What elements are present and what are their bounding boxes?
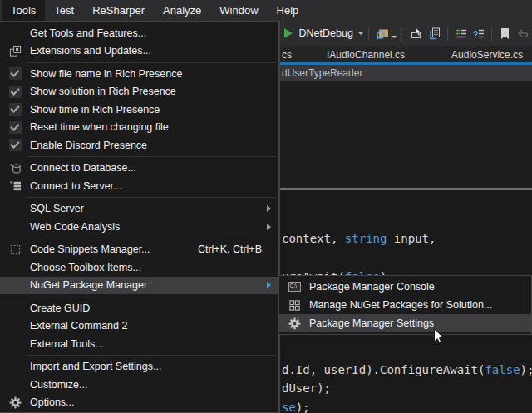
nuget-submenu: C:\ Package Manager Console Manage NuGet… xyxy=(278,275,532,335)
checkmark-icon xyxy=(9,67,22,80)
menu-item-web-code-analysis[interactable]: Web Code Analysis xyxy=(0,218,278,236)
code-line: context, string input, xyxy=(282,232,436,245)
gear-icon xyxy=(9,396,22,409)
console-icon-text: C:\ xyxy=(289,283,297,288)
checkmark-icon xyxy=(9,103,22,116)
menu-item-shortcut: Ctrl+K, Ctrl+B xyxy=(198,243,262,255)
menubar-item-resharper[interactable]: ReSharper xyxy=(83,0,154,21)
server-icon xyxy=(9,179,22,192)
menu-item-label: Choose Toolbox Items... xyxy=(30,262,278,273)
copy-lines-icon[interactable] xyxy=(425,24,442,42)
checkmark-icon xyxy=(9,121,22,134)
menu-item-show-file-name-rich-presence[interactable]: Show file name in Rich Presence xyxy=(0,65,278,83)
code-editor[interactable]: context, string input, ureAwait(false); … xyxy=(280,81,532,413)
undo-icon[interactable] xyxy=(515,24,532,42)
menu-item-label: Show solution in Rich Presence xyxy=(30,86,278,97)
submenu-item-package-manager-settings[interactable]: Package Manager Settings xyxy=(279,314,531,332)
menubar-item-tools[interactable]: Tools xyxy=(2,0,45,21)
code-text: input, xyxy=(387,232,436,245)
menu-separator xyxy=(27,355,276,356)
icon-slot xyxy=(0,139,30,151)
menu-item-label: Connect to Server... xyxy=(30,180,278,192)
pane-splitter[interactable] xyxy=(280,188,532,190)
menubar-item-help[interactable]: Help xyxy=(268,0,308,21)
icon-slot xyxy=(0,179,30,192)
code-text: ); xyxy=(520,363,532,376)
icon-slot xyxy=(0,67,30,80)
toolbar-separator xyxy=(368,27,369,41)
code-keyword: string xyxy=(345,232,387,245)
menu-item-extensions-and-updates[interactable]: Extensions and Updates... xyxy=(0,42,278,61)
menu-separator xyxy=(27,297,276,297)
find-in-files-icon[interactable] xyxy=(373,24,391,42)
submenu-arrow-icon xyxy=(267,205,271,212)
menu-item-code-snippets-manager[interactable]: Code Snippets Manager... Ctrl+K, Ctrl+B xyxy=(0,241,278,259)
navigate-selection-icon[interactable] xyxy=(407,24,425,42)
submenu-arrow-icon xyxy=(267,224,271,230)
menu-item-external-tools[interactable]: External Tools... xyxy=(0,335,278,353)
menu-separator xyxy=(27,197,276,198)
menu-item-label: Get Tools and Features... xyxy=(30,27,278,39)
submenu-item-label: Manage NuGet Packages for Solution... xyxy=(309,299,531,311)
smart-indent-icon[interactable] xyxy=(470,24,487,42)
menu-item-external-command-2[interactable]: External Command 2 xyxy=(0,317,278,336)
menu-item-connect-to-database[interactable]: Connect to Database... xyxy=(0,160,278,178)
menu-item-customize[interactable]: Customize... xyxy=(0,376,278,394)
menu-item-nuget-package-manager[interactable]: NuGet Package Manager xyxy=(0,277,278,295)
play-triangle-icon xyxy=(284,28,293,38)
menu-item-import-export-settings[interactable]: Import and Export Settings... xyxy=(0,358,278,376)
menubar-item-window[interactable]: Window xyxy=(210,0,267,21)
tab-audioservice[interactable]: AudioService.cs xyxy=(443,47,531,61)
icon-slot xyxy=(0,121,30,134)
find-dropdown-icon[interactable] xyxy=(391,36,397,38)
packages-icon xyxy=(288,299,301,312)
mouse-cursor xyxy=(433,328,446,346)
run-target-label[interactable]: DNetDebug xyxy=(299,27,353,39)
editor-breadcrumb-bar[interactable]: dUserTypeReader xyxy=(280,65,532,81)
menubar-item-test[interactable]: Test xyxy=(45,0,83,21)
format-document-icon[interactable] xyxy=(452,24,470,42)
menu-item-get-tools-and-features[interactable]: Get Tools and Features... xyxy=(0,24,278,42)
menu-item-label: Show time in Rich Presence xyxy=(30,104,278,116)
checkmark-icon xyxy=(9,86,22,98)
code-keyword: se xyxy=(282,401,296,413)
menu-separator xyxy=(27,156,276,157)
tab-document-partial[interactable]: cs xyxy=(280,47,297,61)
menu-item-show-solution-rich-presence[interactable]: Show solution in Rich Presence xyxy=(0,83,278,101)
menu-item-create-guid[interactable]: Create GUID xyxy=(0,299,278,317)
submenu-item-manage-nuget-packages[interactable]: Manage NuGet Packages for Solution... xyxy=(279,296,531,314)
menu-item-label: External Command 2 xyxy=(30,320,278,332)
menu-item-label: Import and Export Settings... xyxy=(30,361,278,372)
code-snippets-icon xyxy=(9,243,22,256)
tools-dropdown-menu: Get Tools and Features... Extensions and… xyxy=(0,21,280,413)
run-icon[interactable] xyxy=(283,24,294,42)
code-keyword: false xyxy=(485,363,520,376)
menu-item-label: Web Code Analysis xyxy=(30,221,278,233)
menu-item-enable-discord-presence[interactable]: Enable Discord Presence xyxy=(0,136,278,155)
menubar-item-analyze[interactable]: Analyze xyxy=(154,0,210,21)
toolbar-separator xyxy=(447,27,448,41)
submenu-item-label: Package Manager Settings xyxy=(309,317,531,329)
icon-slot xyxy=(0,103,30,116)
icon-slot xyxy=(0,86,30,98)
menu-item-choose-toolbox-items[interactable]: Choose Toolbox Items... xyxy=(0,258,278,277)
code-text: ); xyxy=(296,401,310,413)
menu-item-label: Customize... xyxy=(30,379,278,391)
code-line: d.Id, userId).ConfigureAwait(false); xyxy=(282,363,532,376)
editor-pane: DNetDebug xyxy=(280,21,532,413)
code-text: dUser); xyxy=(282,381,331,395)
code-line: dUser); xyxy=(282,381,331,395)
bookmark-icon[interactable] xyxy=(496,24,514,42)
run-target-dropdown-icon[interactable] xyxy=(357,32,364,35)
checkmark-icon xyxy=(9,139,22,151)
menu-item-show-time-rich-presence[interactable]: Show time in Rich Presence xyxy=(0,101,278,119)
menu-item-connect-to-server[interactable]: Connect to Server... xyxy=(0,177,278,195)
icon-slot xyxy=(0,396,30,409)
menu-item-options[interactable]: Options... xyxy=(0,394,278,412)
submenu-item-package-manager-console[interactable]: C:\ Package Manager Console xyxy=(279,278,531,296)
submenu-arrow-icon xyxy=(267,282,271,288)
main-menubar: Tools Test ReSharper Analyze Window Help xyxy=(0,0,532,21)
menu-item-sql-server[interactable]: SQL Server xyxy=(0,200,278,219)
menu-item-reset-time-when-changing-file[interactable]: Reset time when changing file xyxy=(0,119,278,137)
tab-iaudiochannel[interactable]: IAudioChannel.cs xyxy=(318,47,413,61)
